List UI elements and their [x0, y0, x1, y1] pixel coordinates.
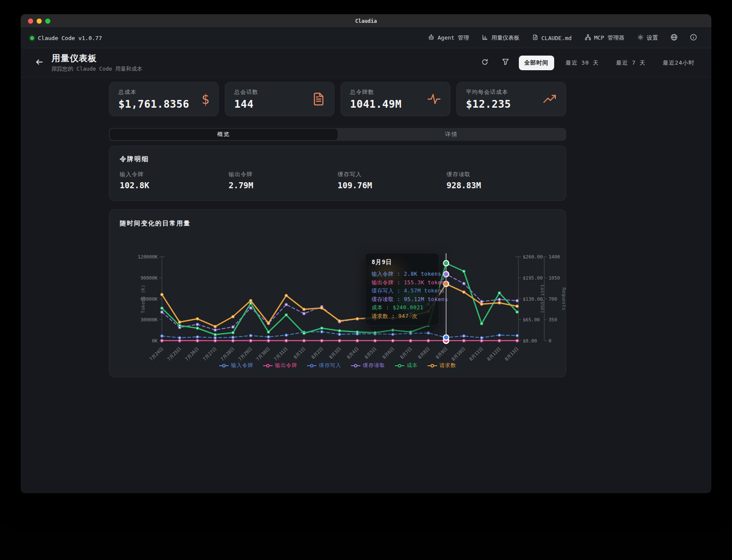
page-subtitle: 跟踪您的 Claude Code 用量和成本 — [52, 65, 142, 73]
token-breakdown-grid: 输入令牌 102.8K 输出令牌 2.79M 缓存写入 109.76M 缓存读取… — [120, 171, 555, 190]
globe-icon — [670, 34, 678, 43]
window-controls — [28, 14, 50, 28]
breakdown-input-tokens: 输入令牌 102.8K — [120, 171, 229, 190]
tooltip-rows: 输入令牌 : 2.8K tokens输出令牌 : 155.3K tokens缓存… — [372, 270, 433, 320]
breakdown-label: 缓存读取 — [447, 171, 555, 178]
filter-all-time[interactable]: 全部时间 — [519, 56, 554, 70]
nav-usage-label: 用量仪表板 — [491, 34, 519, 42]
legend-item-请求数[interactable]: 请求数 — [428, 362, 456, 369]
nav-agents[interactable]: Agent 管理 — [424, 31, 473, 45]
filter-last-30-days[interactable]: 最近 30 天 — [560, 56, 605, 70]
svg-text:120000K: 120000K — [138, 254, 158, 260]
breakdown-cache-read: 缓存读取 928.83M — [447, 171, 555, 190]
svg-text:7月25日: 7月25日 — [166, 346, 182, 361]
breakdown-value: 2.79M — [229, 180, 338, 190]
legend-item-缓存读取[interactable]: 缓存读取 — [351, 362, 385, 369]
legend-item-成本[interactable]: 成本 — [395, 362, 418, 369]
svg-text:7月26日: 7月26日 — [184, 346, 200, 361]
legend-item-缓存写入[interactable]: 缓存写入 — [307, 362, 341, 369]
filter-last-7-days[interactable]: 最近 7 天 — [611, 56, 651, 70]
minimize-window-button[interactable] — [37, 19, 42, 24]
svg-text:0K: 0K — [152, 338, 158, 344]
chart-tooltip: 8月9日 输入令牌 : 2.8K tokens输出令牌 : 155.3K tok… — [365, 253, 439, 326]
app-window: Claudia Claude Code v1.0.77 Agent 管理 用量仪… — [21, 14, 711, 493]
nodes-icon — [585, 34, 591, 42]
stat-label: 平均每会话成本 — [466, 88, 511, 96]
filter-button[interactable] — [498, 56, 513, 70]
language-button[interactable] — [667, 31, 682, 46]
back-button[interactable] — [32, 56, 47, 70]
usage-line-chart[interactable]: 0K30000K60000K90000K120000KTokens (K)$0.… — [109, 231, 567, 361]
svg-text:0: 0 — [549, 338, 552, 344]
svg-text:8月3日: 8月3日 — [328, 346, 342, 360]
svg-text:1400: 1400 — [549, 254, 560, 260]
trending-up-icon — [543, 93, 557, 105]
tooltip-row: 请求数 : 947 次 — [372, 312, 433, 321]
nav-settings-label: 设置 — [647, 34, 658, 42]
page-title-block: 用量仪表板 跟踪您的 Claude Code 用量和成本 — [52, 53, 142, 73]
bot-icon — [428, 34, 434, 42]
legend-marker-icon — [219, 364, 229, 368]
breakdown-value: 928.83M — [447, 180, 555, 190]
svg-text:$195.00: $195.00 — [523, 275, 543, 281]
chart-legend: 输入令牌 输出令牌 缓存写入 缓存读取 成本 请求数 — [109, 361, 566, 373]
svg-text:7月30日: 7月30日 — [255, 346, 271, 361]
tooltip-date: 8月9日 — [372, 258, 433, 266]
legend-marker-icon — [395, 364, 404, 368]
close-window-button[interactable] — [28, 19, 33, 24]
svg-text:Tokens (K): Tokens (K) — [140, 285, 146, 313]
legend-marker-icon — [307, 364, 316, 368]
svg-text:8月1日: 8月1日 — [292, 346, 306, 360]
stat-value: 144 — [234, 98, 258, 110]
breakdown-label: 输入令牌 — [120, 171, 229, 178]
tab-details[interactable]: 详情 — [338, 129, 565, 140]
dashboard-content: 总成本 $1,761.8356 $ 总会话数 144 总令牌数 1041.49M — [109, 78, 566, 377]
svg-text:7月27日: 7月27日 — [202, 346, 217, 361]
svg-text:7月28日: 7月28日 — [220, 346, 236, 361]
about-button[interactable] — [686, 31, 701, 46]
legend-item-输出令牌[interactable]: 输出令牌 — [263, 362, 298, 369]
tooltip-row: 缓存读取 : 95.12M tokens — [372, 296, 433, 304]
file-text-icon — [312, 92, 325, 106]
svg-text:8月7日: 8月7日 — [399, 346, 413, 360]
time-filter-controls: 全部时间 最近 30 天 最近 7 天 最近24小时 — [478, 56, 700, 70]
refresh-button[interactable] — [478, 56, 492, 70]
back-arrow-icon — [35, 59, 43, 67]
svg-text:Requests: Requests — [561, 288, 567, 311]
nav-agents-label: Agent 管理 — [437, 34, 469, 42]
titlebar: Claudia — [21, 14, 711, 28]
activity-icon — [427, 93, 441, 106]
stat-label: 总成本 — [118, 88, 189, 96]
maximize-window-button[interactable] — [45, 19, 50, 24]
dollar-icon: $ — [202, 92, 209, 107]
filter-last-24-hours[interactable]: 最近24小时 — [657, 56, 700, 70]
svg-text:8月10日: 8月10日 — [450, 346, 466, 361]
gear-icon — [637, 34, 644, 42]
svg-text:8月4日: 8月4日 — [346, 346, 360, 360]
svg-text:$260.00: $260.00 — [523, 254, 543, 260]
tab-overview[interactable]: 概览 — [110, 129, 338, 140]
status-label: Claude Code v1.0.77 — [38, 35, 102, 41]
svg-text:8月2日: 8月2日 — [310, 346, 324, 360]
legend-item-输入令牌[interactable]: 输入令牌 — [219, 362, 254, 369]
info-icon — [690, 34, 697, 43]
view-tabs: 概览 详情 — [109, 128, 566, 141]
nav-claude-md-label: CLAUDE.md — [541, 35, 571, 41]
bar-chart-icon — [482, 34, 488, 42]
stat-card-avg-cost-per-session: 平均每会话成本 $12.235 — [456, 82, 566, 116]
page-title: 用量仪表板 — [52, 53, 142, 64]
svg-text:7月24日: 7月24日 — [149, 346, 164, 361]
legend-label: 请求数 — [440, 362, 456, 369]
claude-status: Claude Code v1.0.77 — [30, 35, 102, 41]
nav-mcp-manager[interactable]: MCP 管理器 — [580, 31, 629, 45]
legend-label: 缓存读取 — [363, 362, 385, 369]
nav-settings[interactable]: 设置 — [633, 31, 662, 45]
nav-usage-dashboard[interactable]: 用量仪表板 — [478, 31, 524, 45]
breakdown-value: 102.8K — [120, 180, 229, 190]
svg-text:8月11日: 8月11日 — [468, 346, 484, 361]
svg-text:90000K: 90000K — [140, 275, 158, 281]
stat-cards: 总成本 $1,761.8356 $ 总会话数 144 总令牌数 1041.49M — [109, 82, 566, 116]
nav-claude-md[interactable]: CLAUDE.md — [528, 31, 576, 45]
breakdown-label: 缓存写入 — [338, 171, 447, 178]
stat-value: 1041.49M — [350, 98, 402, 110]
